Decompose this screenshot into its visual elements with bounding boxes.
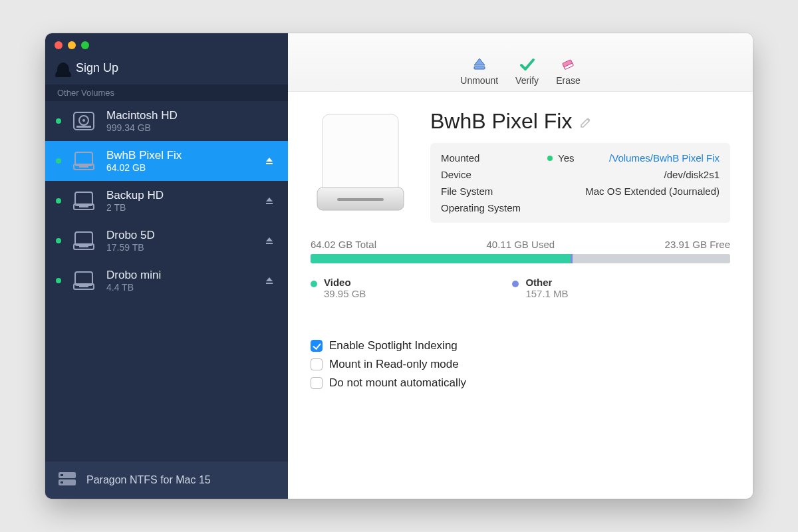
volume-item[interactable]: Drobo mini4.4 TB: [45, 261, 288, 301]
footer-product-label: Paragon NTFS for Mac 15: [86, 474, 211, 486]
volume-item[interactable]: Backup HD2 TB: [45, 181, 288, 221]
info-value-device: /dev/disk2s1: [664, 169, 720, 180]
unmount-button[interactable]: Unmount: [460, 57, 498, 86]
info-row-os: Operating System: [441, 200, 720, 216]
legend-size-video: 39.95 GB: [324, 288, 366, 299]
usage-bar: [311, 254, 730, 263]
volume-item[interactable]: Drobo 5D17.59 TB: [45, 221, 288, 261]
checkbox-readonly[interactable]: [311, 358, 323, 370]
svg-rect-3: [76, 126, 91, 128]
option-label-spotlight: Enable Spotlight Indexing: [329, 339, 458, 352]
volume-size: 17.59 TB: [106, 242, 252, 253]
info-row-mounted: Mounted Yes /Volumes/BwhB Pixel Fix: [441, 150, 720, 166]
window-traffic-lights: [45, 33, 288, 57]
info-label-os: Operating System: [441, 202, 547, 213]
volume-size: 999.34 GB: [106, 122, 277, 133]
content-area: BwhB Pixel Fix Mounted Yes /Volumes/BwhB…: [288, 92, 753, 499]
user-icon: [57, 63, 69, 74]
eject-button[interactable]: [261, 193, 277, 209]
option-noauto[interactable]: Do not mount automatically: [311, 376, 730, 390]
drive-icon: [70, 227, 97, 254]
option-label-readonly: Mount in Read-only mode: [329, 358, 459, 371]
app-window: Sign Up Other Volumes Macintosh HD999.34…: [45, 33, 753, 499]
volume-name: Drobo mini: [106, 269, 252, 282]
svg-rect-7: [266, 163, 273, 164]
window-close-button[interactable]: [55, 41, 63, 49]
status-dot-green: [547, 156, 553, 161]
info-row-filesystem: File System Mac OS Extended (Journaled): [441, 183, 720, 200]
volume-info-box: Mounted Yes /Volumes/BwhB Pixel Fix Devi…: [430, 143, 730, 223]
status-dot: [56, 278, 61, 283]
status-dot: [56, 158, 61, 164]
window-minimize-button[interactable]: [68, 41, 76, 49]
option-readonly[interactable]: Mount in Read-only mode: [311, 358, 730, 371]
main-panel: Unmount Verify Erase: [288, 33, 753, 499]
drive-icon: [70, 108, 97, 134]
svg-rect-15: [266, 243, 273, 244]
status-dot: [56, 238, 61, 243]
svg-rect-14: [79, 246, 88, 247]
eject-icon: [471, 57, 487, 74]
usage-summary: 64.02 GB Total 40.11 GB Used 23.91 GB Fr…: [311, 239, 730, 250]
usage-total: 64.02 GB Total: [311, 239, 376, 250]
mount-point-link[interactable]: /Volumes/BwhB Pixel Fix: [609, 152, 720, 164]
legend-item-video: Video 39.95 GB: [311, 277, 366, 299]
info-label-mounted: Mounted: [441, 152, 547, 164]
volume-name: Drobo 5D: [106, 229, 252, 242]
eject-button[interactable]: [261, 273, 277, 289]
option-label-noauto: Do not mount automatically: [329, 376, 466, 390]
usage-segment-video: [311, 254, 571, 263]
svg-rect-23: [61, 481, 63, 483]
status-dot: [56, 198, 61, 203]
legend-name-other: Other: [525, 277, 568, 288]
sign-up-link[interactable]: Sign Up: [45, 57, 288, 84]
svg-rect-18: [79, 286, 88, 287]
svg-rect-22: [61, 474, 63, 476]
rename-button[interactable]: [580, 109, 592, 134]
legend-dot-other: [512, 281, 519, 287]
drive-illustration: [311, 109, 410, 218]
info-row-device: Device /dev/disk2s1: [441, 166, 720, 183]
legend-name-video: Video: [324, 277, 366, 288]
volume-item[interactable]: Macintosh HD999.34 GB: [45, 101, 288, 141]
unmount-label: Unmount: [460, 75, 498, 86]
usage-legend: Video 39.95 GB Other 157.1 MB: [311, 277, 730, 299]
volume-name: Backup HD: [106, 189, 252, 202]
svg-rect-6: [79, 166, 88, 168]
info-label-filesystem: File System: [441, 186, 547, 197]
usage-free: 23.91 GB Free: [665, 239, 730, 250]
volume-size: 64.02 GB: [106, 162, 252, 173]
sign-up-label: Sign Up: [76, 61, 118, 75]
usage-used: 40.11 GB Used: [487, 239, 555, 250]
svg-rect-19: [266, 283, 273, 284]
verify-label: Verify: [515, 75, 539, 86]
volume-item[interactable]: BwhB Pixel Fix64.02 GB: [45, 141, 288, 181]
svg-rect-27: [323, 114, 398, 194]
checkmark-icon: [519, 57, 535, 74]
volume-name: Macintosh HD: [106, 109, 277, 122]
verify-button[interactable]: Verify: [515, 57, 539, 86]
toolbar: Unmount Verify Erase: [288, 33, 753, 92]
svg-rect-11: [266, 203, 273, 204]
checkbox-noauto[interactable]: [311, 377, 323, 389]
svg-rect-29: [337, 198, 384, 201]
sidebar: Sign Up Other Volumes Macintosh HD999.34…: [45, 33, 288, 499]
status-dot: [56, 118, 61, 124]
window-zoom-button[interactable]: [81, 41, 89, 49]
svg-rect-10: [79, 206, 88, 207]
svg-rect-24: [474, 66, 485, 69]
eject-button[interactable]: [261, 153, 277, 169]
erase-label: Erase: [556, 75, 581, 86]
volume-size: 4.4 TB: [106, 282, 252, 293]
option-spotlight[interactable]: Enable Spotlight Indexing: [311, 339, 730, 352]
volume-title: BwhB Pixel Fix: [430, 109, 572, 134]
checkbox-spotlight[interactable]: [311, 340, 323, 352]
volume-name: BwhB Pixel Fix: [106, 149, 252, 162]
volume-title-row: BwhB Pixel Fix: [430, 109, 730, 134]
mount-options: Enable Spotlight Indexing Mount in Read-…: [311, 339, 730, 390]
eraser-icon: [560, 57, 576, 74]
volume-size: 2 TB: [106, 202, 252, 213]
footer-product-bar[interactable]: Paragon NTFS for Mac 15: [45, 462, 288, 499]
erase-button[interactable]: Erase: [556, 57, 581, 86]
eject-button[interactable]: [261, 233, 277, 249]
